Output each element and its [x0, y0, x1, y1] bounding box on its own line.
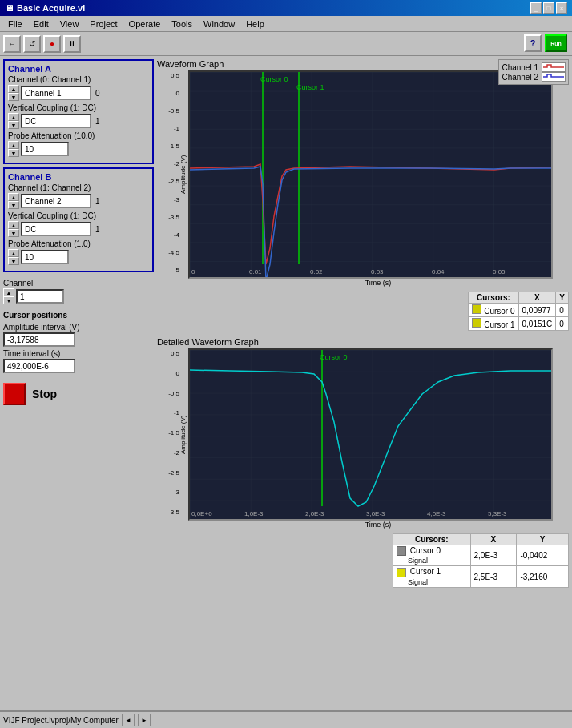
record-button[interactable]: ● — [43, 35, 61, 53]
channel-a-coupling-down[interactable]: ▼ — [8, 121, 19, 129]
detailed-cursor-0-signal: Signal — [408, 557, 428, 565]
menu-edit[interactable]: Edit — [29, 18, 54, 30]
cursor-0-x: 0,00977 — [518, 304, 556, 317]
cursor-1-y: 0 — [556, 317, 569, 331]
detailed-graph-svg[interactable]: Cursor 0 0,0E+0 1,0E-3 2,0E-3 3,0E-3 4,0… — [188, 348, 553, 521]
waveform-x-axis-label: Time (s) — [179, 279, 569, 287]
menu-tools[interactable]: Tools — [167, 18, 197, 30]
pause-button[interactable]: ⏸ — [63, 35, 81, 53]
detailed-cursors-area: Cursors: X Y Cursor 0 Signal 2,0E-3 -0,0… — [157, 533, 569, 588]
time-input[interactable] — [3, 359, 75, 373]
waveform-graph-svg[interactable]: Cursor 0 Cursor 1 — [188, 70, 553, 279]
channel-a-coupling-input[interactable] — [21, 114, 91, 128]
menu-view[interactable]: View — [55, 18, 84, 30]
menu-bar: File Edit View Project Operate Tools Win… — [0, 16, 572, 32]
detailed-graph-row: Amplitude (V) Cursor 0 — [179, 348, 569, 521]
amplitude-input[interactable] — [3, 332, 75, 347]
bottom-channel-up[interactable]: ▲ — [3, 288, 14, 296]
channel-b-spinner[interactable]: ▲ ▼ — [8, 193, 19, 209]
channel-b-probe-label: Probe Attenuation (1.0) — [8, 239, 149, 248]
channel-b-probe-down[interactable]: ▼ — [8, 257, 19, 265]
status-bar: VIJF Project.lvproj/My Computer ◄ ► — [0, 710, 572, 728]
svg-text:0.04: 0.04 — [432, 268, 445, 276]
legend-channel1-label: Channel 1 — [502, 63, 538, 72]
channel-b-coupling-spinner[interactable]: ▲ ▼ — [8, 221, 19, 237]
title-bar: 🖥 Basic Acquire.vi _ □ × — [0, 0, 572, 16]
detailed-cursor-1-x: 2,5E-3 — [470, 566, 517, 587]
channel-b-coupling-down[interactable]: ▼ — [8, 229, 19, 237]
channel-a-probe-down[interactable]: ▼ — [8, 149, 19, 157]
run-label: Run — [550, 41, 562, 46]
bottom-channel-down[interactable]: ▼ — [3, 296, 14, 304]
cursor-0-row: Cursor 0 0,00977 0 — [469, 304, 569, 317]
channel-a-coupling-spinner[interactable]: ▲ ▼ — [8, 113, 19, 129]
menu-file[interactable]: File — [3, 18, 27, 30]
legend-channel1: Channel 1 — [502, 62, 566, 72]
left-panel: Channel A Channel (0: Channel 1) ▲ ▼ 0 V… — [3, 59, 154, 707]
channel-a-probe-spinner[interactable]: ▲ ▼ — [8, 141, 19, 157]
channel-b-channel-input[interactable] — [21, 194, 91, 208]
time-label: Time interval (s) — [3, 349, 154, 358]
svg-text:5,3E-3: 5,3E-3 — [488, 510, 507, 517]
legend-channel2-line — [542, 72, 566, 82]
channel-a-coupling-label: Vertical Coupling (1: DC) — [8, 103, 149, 112]
channel-a-probe-row: ▲ ▼ — [8, 141, 149, 157]
stop-button[interactable]: Stop — [3, 383, 154, 405]
detailed-cursors-x-header: X — [470, 534, 517, 545]
detailed-x-axis-label: Time (s) — [179, 521, 569, 529]
cursors-y-header: Y — [556, 292, 569, 304]
channel-a-up[interactable]: ▲ — [8, 85, 19, 93]
close-button[interactable]: × — [556, 2, 567, 14]
minimize-button[interactable]: _ — [530, 2, 542, 14]
maximize-button[interactable]: □ — [543, 2, 554, 14]
channel-b-probe-input[interactable] — [21, 250, 69, 264]
cursors-header: Cursors: — [469, 292, 518, 304]
stop-label: Stop — [32, 388, 57, 400]
channel-a-box: Channel A Channel (0: Channel 1) ▲ ▼ 0 V… — [3, 59, 154, 164]
bottom-channel-input[interactable] — [16, 289, 64, 304]
stop-icon — [3, 383, 26, 405]
svg-text:1,0E-3: 1,0E-3 — [244, 510, 264, 517]
svg-rect-0 — [190, 72, 553, 279]
channel-b-probe-spinner[interactable]: ▲ ▼ — [8, 249, 19, 265]
cursor-positions-title: Cursor positions — [3, 311, 154, 320]
menu-operate[interactable]: Operate — [124, 18, 166, 30]
channel-a-down[interactable]: ▼ — [8, 93, 19, 101]
channel-b-coupling-row: ▲ ▼ 1 — [8, 221, 149, 237]
detailed-cursors-y-header: Y — [517, 534, 569, 545]
channel-a-channel-input[interactable] — [21, 86, 91, 100]
channel-a-coupling-up[interactable]: ▲ — [8, 113, 19, 121]
waveform-y-label-row: Amplitude (V) C — [179, 70, 569, 279]
channel-a-probe-input[interactable] — [21, 142, 69, 156]
svg-text:Cursor 0: Cursor 0 — [260, 75, 288, 83]
cursors-x-header: X — [518, 292, 556, 304]
bottom-channel-spinner[interactable]: ▲ ▼ — [3, 288, 14, 304]
detailed-cursor-1-y: -3,2160 — [517, 566, 569, 587]
scroll-left-button[interactable]: ◄ — [122, 714, 135, 726]
window-controls[interactable]: _ □ × — [530, 2, 567, 14]
channel-b-coupling-input[interactable] — [21, 222, 91, 236]
app-icon: 🖥 — [5, 3, 14, 13]
detailed-cursor-0-row: Cursor 0 Signal 2,0E-3 -0,0402 — [393, 545, 569, 566]
bottom-channel-row: ▲ ▼ — [3, 288, 154, 304]
channel-b-probe-up[interactable]: ▲ — [8, 249, 19, 257]
channel-b-up[interactable]: ▲ — [8, 193, 19, 201]
menu-window[interactable]: Window — [199, 18, 240, 30]
svg-text:Cursor 1: Cursor 1 — [296, 83, 324, 91]
refresh-button[interactable]: ↺ — [23, 35, 41, 53]
scroll-right-button[interactable]: ► — [138, 714, 151, 726]
channel-b-coupling-up[interactable]: ▲ — [8, 221, 19, 229]
menu-help[interactable]: Help — [241, 18, 269, 30]
channel-a-spinner[interactable]: ▲ ▼ — [8, 85, 19, 101]
help-button[interactable]: ? — [524, 34, 542, 52]
channel-a-probe-label: Probe Attenuation (10.0) — [8, 131, 149, 140]
cursor-1-x: 0,0151C — [518, 317, 556, 331]
channel-b-down[interactable]: ▼ — [8, 201, 19, 209]
cursor-positions-section: Cursor positions Amplitude interval (V) … — [3, 311, 154, 373]
channel-a-probe-up[interactable]: ▲ — [8, 141, 19, 149]
run-button[interactable]: Run — [545, 34, 567, 52]
menu-project[interactable]: Project — [85, 18, 122, 30]
back-button[interactable]: ← — [3, 35, 21, 53]
channel-a-coupling-row: ▲ ▼ 1 — [8, 113, 149, 129]
channel-b-channel-label: Channel (1: Channel 2) — [8, 183, 149, 192]
